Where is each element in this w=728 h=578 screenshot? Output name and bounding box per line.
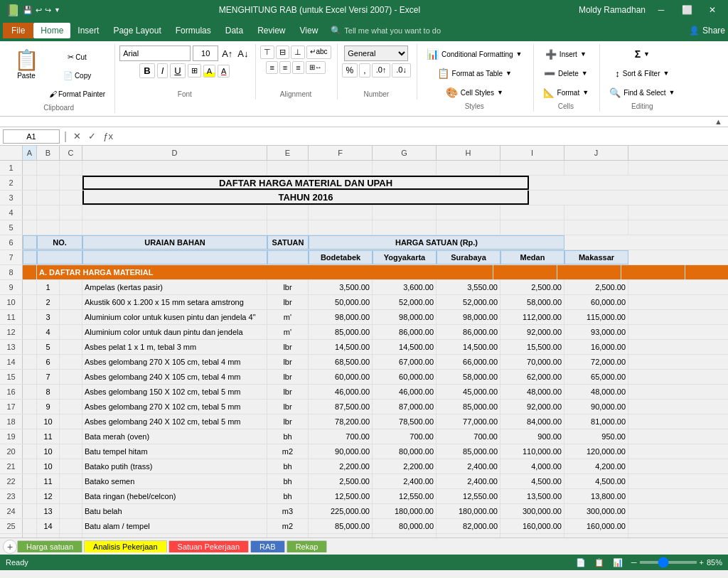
cell-yogyakarta-24[interactable]: 180,000.00 (373, 504, 437, 518)
cell-makassar-20[interactable]: 120,000.00 (564, 444, 628, 459)
conditional-formatting-button[interactable]: 📊 Conditional Formatting ▼ (422, 46, 528, 63)
satuan-sub-header[interactable] (267, 250, 309, 264)
cell-bodetabek-11[interactable]: 98,000.00 (309, 310, 373, 324)
cell-bodetabek-13[interactable]: 14,500.00 (309, 340, 373, 354)
cell-uraian-24[interactable]: Batu belah (82, 504, 267, 518)
cell-uraian-19[interactable]: Bata merah (oven) (82, 429, 267, 444)
cell-makassar-24[interactable]: 300,000.00 (564, 504, 628, 518)
cell-surabaya-11[interactable]: 98,000.00 (437, 310, 500, 324)
cell-satuan-11[interactable]: m' (267, 310, 309, 324)
cell-bodetabek-18[interactable]: 78,200.00 (309, 414, 373, 429)
col-header-I[interactable]: I (500, 146, 564, 160)
cell-A4[interactable] (23, 205, 37, 220)
col-header-C[interactable]: C (60, 146, 82, 160)
font-size-increase[interactable]: A↑ (220, 48, 234, 60)
close-btn[interactable]: ✕ (702, 0, 722, 20)
cell-surabaya-19[interactable]: 700.00 (437, 429, 500, 444)
cell-G1[interactable] (373, 161, 437, 175)
cell-A9[interactable] (23, 280, 37, 294)
cell-no-20[interactable]: 10 (37, 444, 60, 459)
cell-satuan-10[interactable]: lbr (267, 295, 309, 309)
surabaya-header[interactable]: Surabaya (437, 250, 500, 264)
formula-input[interactable] (118, 129, 725, 144)
cell-A15[interactable] (23, 370, 37, 384)
cell-C21[interactable] (60, 459, 82, 473)
cell-yogyakarta-12[interactable]: 86,000.00 (373, 325, 437, 339)
cell-surabaya-25[interactable]: 82,000.00 (437, 519, 500, 533)
cell-C25[interactable] (60, 519, 82, 533)
cell-B2[interactable] (37, 176, 60, 190)
menu-home[interactable]: Home (33, 23, 70, 38)
cell-C16[interactable] (60, 385, 82, 399)
cell-medan-26[interactable]: 310,000.00 (500, 534, 564, 537)
cell-D4[interactable] (82, 205, 267, 220)
menu-insert[interactable]: Insert (70, 23, 106, 38)
cell-makassar-15[interactable]: 65,000.00 (564, 370, 628, 384)
cell-bodetabek-14[interactable]: 68,500.00 (309, 355, 373, 369)
cell-A19[interactable] (23, 429, 37, 444)
cell-C12[interactable] (60, 325, 82, 339)
cell-no-10[interactable]: 2 (37, 295, 60, 309)
cell-satuan-13[interactable]: lbr (267, 340, 309, 354)
cell-A17[interactable] (23, 400, 37, 414)
cell-I4[interactable] (500, 205, 564, 220)
cell-surabaya-17[interactable]: 85,000.00 (437, 400, 500, 414)
cell-satuan-24[interactable]: m3 (267, 504, 309, 518)
quick-access-dropdown[interactable]: ▼ (54, 6, 60, 14)
italic-button[interactable]: I (157, 63, 168, 78)
cell-no-17[interactable]: 9 (37, 400, 60, 414)
cell-D5[interactable] (82, 220, 267, 235)
font-name-input[interactable] (119, 46, 191, 61)
copy-button[interactable]: 📄Copy (46, 67, 109, 84)
sheet-tab-harga-satuan[interactable]: Harga satuan (17, 540, 82, 552)
cell-bodetabek-16[interactable]: 46,000.00 (309, 385, 373, 399)
cell-I8[interactable] (685, 265, 728, 279)
cell-uraian-22[interactable]: Batako semen (82, 474, 267, 488)
cell-medan-22[interactable]: 4,500.00 (500, 474, 564, 488)
increase-decimal-button[interactable]: .0↑ (372, 63, 391, 77)
cell-E1[interactable] (267, 161, 309, 175)
cell-no-21[interactable]: 10 (37, 459, 60, 473)
no-sub-header[interactable] (37, 250, 82, 264)
number-format-select[interactable]: General Number Currency (344, 46, 408, 61)
cell-satuan-26[interactable]: m3 (267, 534, 309, 537)
cell-bodetabek-19[interactable]: 700.00 (309, 429, 373, 444)
fill-color-button[interactable]: A (203, 65, 215, 77)
cell-J5[interactable] (564, 220, 628, 235)
underline-button[interactable]: U (170, 63, 185, 78)
cell-C18[interactable] (60, 414, 82, 429)
col-header-G[interactable]: G (373, 146, 437, 160)
cell-C5[interactable] (60, 220, 82, 235)
cell-A22[interactable] (23, 474, 37, 488)
find-select-button[interactable]: 🔍 Find & Select ▼ (604, 84, 680, 101)
col-header-H[interactable]: H (437, 146, 500, 160)
cell-A8[interactable] (23, 265, 37, 279)
cell-yogyakarta-10[interactable]: 52,000.00 (373, 295, 437, 309)
cell-bodetabek-21[interactable]: 2,200.00 (309, 459, 373, 473)
menu-formulas[interactable]: Formulas (168, 23, 218, 38)
cell-medan-21[interactable]: 4,000.00 (500, 459, 564, 473)
cell-surabaya-9[interactable]: 3,550.00 (437, 280, 500, 294)
cell-uraian-17[interactable]: Asbes gelombang 270 X 102 cm, tebal 5 mm (82, 400, 267, 414)
cell-makassar-23[interactable]: 13,800.00 (564, 489, 628, 503)
uraian-header[interactable]: URAIAN BAHAN (82, 235, 267, 250)
cell-A10[interactable] (23, 295, 37, 309)
cell-medan-25[interactable]: 160,000.00 (500, 519, 564, 533)
cell-no-18[interactable]: 10 (37, 414, 60, 429)
cell-makassar-26[interactable]: 320,000.00 (564, 534, 628, 537)
quick-access-save[interactable]: 💾 (23, 6, 33, 15)
cell-no-16[interactable]: 8 (37, 385, 60, 399)
cell-A11[interactable] (23, 310, 37, 324)
cell-surabaya-12[interactable]: 86,000.00 (437, 325, 500, 339)
cell-C22[interactable] (60, 474, 82, 488)
cell-no-14[interactable]: 6 (37, 355, 60, 369)
cell-C15[interactable] (60, 370, 82, 384)
cell-surabaya-21[interactable]: 2,400.00 (437, 459, 500, 473)
cell-satuan-23[interactable]: bh (267, 489, 309, 503)
cell-C10[interactable] (60, 295, 82, 309)
cell-yogyakarta-18[interactable]: 78,500.00 (373, 414, 437, 429)
cell-makassar-13[interactable]: 16,000.00 (564, 340, 628, 354)
quick-access-undo[interactable]: ↩ (36, 6, 42, 15)
zoom-slider[interactable] (640, 561, 697, 564)
cell-surabaya-10[interactable]: 52,000.00 (437, 295, 500, 309)
